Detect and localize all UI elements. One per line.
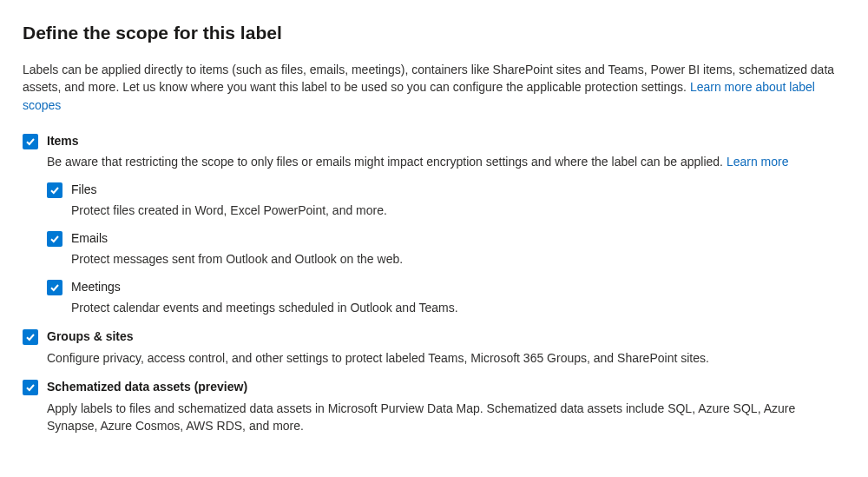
- checkmark-icon: [49, 185, 60, 195]
- checkbox-items[interactable]: [23, 134, 38, 149]
- checkmark-icon: [49, 282, 60, 293]
- sub-option-emails-label: Emails: [71, 230, 845, 248]
- items-learn-more-link[interactable]: Learn more: [727, 155, 789, 169]
- checkbox-emails[interactable]: [47, 231, 62, 247]
- sub-option-files: Files Protect files created in Word, Exc…: [47, 182, 845, 220]
- sub-option-emails: Emails Protect messages sent from Outloo…: [47, 230, 845, 268]
- sub-option-files-desc: Protect files created in Word, Excel Pow…: [71, 202, 845, 219]
- checkmark-icon: [25, 332, 36, 342]
- intro-paragraph: Labels can be applied directly to items …: [23, 61, 845, 114]
- option-groups: Groups & sites Configure privacy, access…: [23, 328, 845, 367]
- sub-option-meetings-label: Meetings: [71, 279, 845, 296]
- checkbox-meetings[interactable]: [47, 280, 62, 295]
- page-title: Define the scope for this label: [23, 23, 845, 43]
- option-schematized-desc: Apply labels to files and schematized da…: [47, 400, 845, 435]
- sub-option-meetings: Meetings Protect calendar events and mee…: [47, 279, 845, 317]
- checkmark-icon: [49, 234, 60, 244]
- checkmark-icon: [25, 382, 36, 393]
- option-items-desc: Be aware that restricting the scope to o…: [47, 153, 845, 170]
- option-items-desc-text: Be aware that restricting the scope to o…: [47, 155, 727, 169]
- sub-option-emails-desc: Protect messages sent from Outlook and O…: [71, 250, 845, 268]
- option-schematized-label: Schematized data assets (preview): [47, 379, 845, 396]
- checkmark-icon: [25, 136, 36, 147]
- checkbox-files[interactable]: [47, 182, 62, 198]
- option-items: Items Be aware that restricting the scop…: [23, 133, 845, 317]
- sub-option-files-label: Files: [71, 182, 845, 199]
- sub-option-meetings-desc: Protect calendar events and meetings sch…: [71, 299, 845, 316]
- option-groups-label: Groups & sites: [47, 328, 845, 346]
- option-schematized: Schematized data assets (preview) Apply …: [23, 379, 845, 434]
- checkbox-schematized[interactable]: [23, 380, 38, 395]
- option-items-label: Items: [47, 133, 845, 150]
- checkbox-groups[interactable]: [23, 329, 38, 345]
- option-groups-desc: Configure privacy, access control, and o…: [47, 349, 845, 367]
